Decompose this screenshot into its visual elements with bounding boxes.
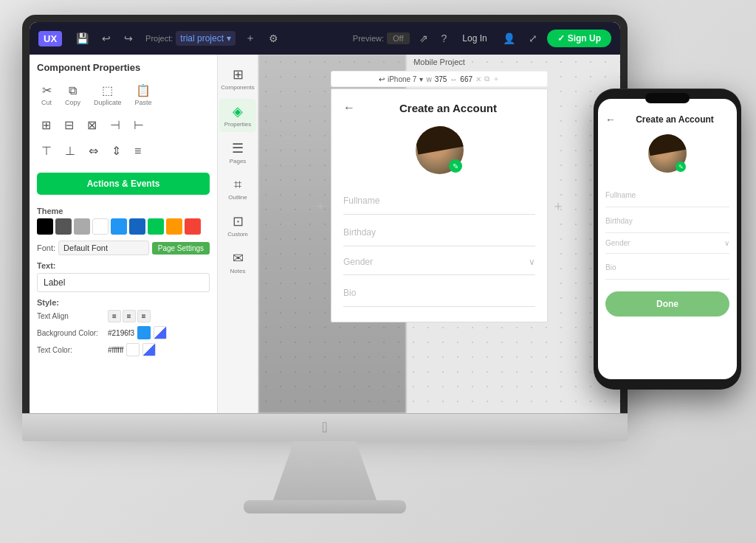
components-icon: ⊞	[233, 66, 244, 83]
swatch-blue2[interactable]	[129, 218, 145, 235]
iphone-avatar-container: ✎	[605, 134, 729, 173]
ca-birthday-field[interactable]: Birthday	[343, 218, 535, 246]
ca-bio-field[interactable]: Bio	[343, 278, 535, 307]
bg-color-swatch[interactable]	[137, 326, 151, 339]
undo-icon[interactable]: ↩	[98, 30, 114, 46]
iphone-body: ← Create an Account ✎ Fullna	[594, 89, 741, 390]
sidebar-item-custom[interactable]: ⊡ Custom	[219, 209, 256, 242]
sidebar-item-notes[interactable]: ✉ Notes	[219, 246, 256, 279]
copy-label: Copy	[65, 99, 80, 106]
ca-gender-field[interactable]: Gender ∨	[343, 249, 535, 275]
swatch-red[interactable]	[185, 218, 201, 235]
ca-page-title: Create an Account	[361, 102, 535, 114]
iphone-avatar-edit-btn[interactable]: ✎	[676, 162, 686, 172]
align-bottom-tool[interactable]: ⊥	[61, 141, 80, 161]
text-color-swatch[interactable]	[126, 343, 140, 356]
canvas-copy-icon[interactable]: ⧉	[484, 75, 489, 83]
canvas-close-icon[interactable]: ✕	[475, 75, 481, 83]
align-right-btn[interactable]: ≡	[137, 310, 151, 322]
swatch-green[interactable]	[148, 218, 164, 235]
share-icon[interactable]: ⇗	[416, 30, 432, 46]
iphone-back-arrow[interactable]: ←	[605, 114, 616, 125]
imac: UX 💾 ↩ ↪ Project: trial project ▾ ＋ ⚙	[22, 15, 628, 513]
canvas-chevron[interactable]: ▾	[419, 75, 423, 83]
save-icon[interactable]: 💾	[72, 30, 92, 46]
align-top-tool[interactable]: ⊤	[37, 141, 56, 161]
fullscreen-icon[interactable]: ⤢	[525, 30, 541, 46]
font-row: Font: Default Font Page Settings	[37, 241, 210, 255]
ca-avatar-wrapper: ✎	[416, 126, 464, 174]
canvas-width-value: 375	[435, 75, 447, 83]
group-tool[interactable]: ⊞	[37, 115, 55, 135]
canvas-add-icon[interactable]: ＋	[492, 74, 500, 84]
signup-button[interactable]: ✓ Sign Up	[547, 30, 611, 47]
swatch-dark[interactable]	[55, 218, 72, 235]
iphone-fullname-field[interactable]: Fullname	[605, 181, 729, 207]
duplicate-tool[interactable]: ⬚ Duplicate	[89, 80, 126, 109]
align-right-tool[interactable]: ⊢	[129, 115, 148, 135]
canvas-phone-controls: ↩ iPhone 7 ▾ w 375 ↔ 667 ✕ ⧉ ＋	[331, 71, 548, 87]
text-color-row: Text Color: #ffffff	[37, 343, 210, 356]
user-icon[interactable]: 👤	[499, 30, 519, 46]
canvas-phone-screen: ← Create an Account	[331, 89, 548, 322]
sidebar-item-properties[interactable]: ◈ Properties	[219, 99, 256, 132]
project-label-area: Project: trial project ▾	[145, 31, 236, 46]
ca-fullname-placeholder: Fullname	[343, 196, 379, 206]
pages-label: Pages	[230, 158, 247, 165]
settings-icon[interactable]: ⚙	[265, 30, 282, 46]
app-logo[interactable]: UX	[38, 31, 62, 46]
align-left-btn[interactable]: ≡	[108, 310, 121, 322]
ungroup-tool[interactable]: ⊟	[60, 115, 78, 135]
canvas-back-icon[interactable]: ↩	[379, 75, 385, 83]
align-left-tool[interactable]: ⊣	[106, 115, 125, 135]
project-dropdown[interactable]: trial project ▾	[176, 31, 236, 46]
actions-events-button[interactable]: Actions & Events	[37, 173, 210, 195]
text-input[interactable]: Label	[37, 273, 210, 292]
swatch-black[interactable]	[37, 218, 53, 235]
ca-avatar-container: ✎	[343, 126, 535, 174]
sidebar-item-outline[interactable]: ⌗ Outline	[219, 173, 256, 205]
ca-avatar-edit-btn[interactable]: ✎	[449, 159, 462, 173]
iphone-gender-field[interactable]: Gender ∨	[605, 233, 729, 254]
cut-tool[interactable]: ✂ Cut	[37, 80, 56, 109]
swatch-blue1[interactable]	[111, 218, 127, 235]
iphone-bio-field[interactable]: Bio	[605, 254, 729, 280]
canvas-add-left[interactable]: ＋	[314, 197, 327, 215]
swatch-gray[interactable]	[74, 218, 90, 235]
canvas-add-right[interactable]: ＋	[551, 197, 565, 215]
distribute-v-tool[interactable]: ⇕	[107, 141, 126, 161]
notes-label: Notes	[230, 268, 246, 274]
sidebar-item-pages[interactable]: ☰ Pages	[219, 136, 256, 169]
iphone-gender-chevron: ∨	[724, 239, 729, 247]
sidebar-item-components[interactable]: ⊞ Components	[219, 62, 256, 95]
text-color-picker[interactable]	[142, 343, 156, 356]
login-button[interactable]: Log In	[456, 31, 492, 46]
iphone-birthday-field[interactable]: Birthday	[605, 207, 729, 233]
align-center-btn[interactable]: ≡	[123, 310, 136, 322]
more-tool[interactable]: ≡	[130, 142, 145, 161]
theme-swatches	[37, 218, 210, 235]
copy-tool[interactable]: ⧉ Copy	[61, 81, 85, 109]
swatch-orange[interactable]	[166, 218, 182, 235]
tool-row-2: ⊞ ⊟ ⊠ ⊣ ⊢	[37, 115, 210, 135]
bg-color-picker[interactable]	[154, 326, 167, 339]
redo-icon[interactable]: ↪	[120, 30, 137, 46]
ca-fullname-field[interactable]: Fullname	[343, 186, 535, 215]
custom-icon: ⊡	[233, 213, 244, 229]
iphone-done-button[interactable]: Done	[605, 291, 729, 317]
lock-tool[interactable]: ⊠	[83, 115, 101, 135]
swatch-white[interactable]	[92, 218, 109, 235]
add-icon[interactable]: ＋	[241, 30, 259, 47]
font-dropdown[interactable]: Default Font	[58, 241, 149, 255]
outline-icon: ⌗	[234, 177, 241, 193]
paste-tool[interactable]: 📋 Paste	[131, 80, 157, 109]
iphone-ca-page: ← Create an Account ✎ Fullna	[598, 99, 737, 325]
preview-toggle[interactable]: Off	[387, 32, 409, 44]
page-settings-button[interactable]: Page Settings	[152, 242, 210, 255]
help-icon[interactable]: ?	[438, 30, 451, 46]
canvas-height-value: 667	[460, 75, 472, 83]
imac-stand	[273, 441, 377, 500]
distribute-h-tool[interactable]: ⇔	[84, 141, 103, 161]
preview-label: Preview:	[353, 34, 384, 43]
ca-back-arrow[interactable]: ←	[343, 101, 355, 114]
